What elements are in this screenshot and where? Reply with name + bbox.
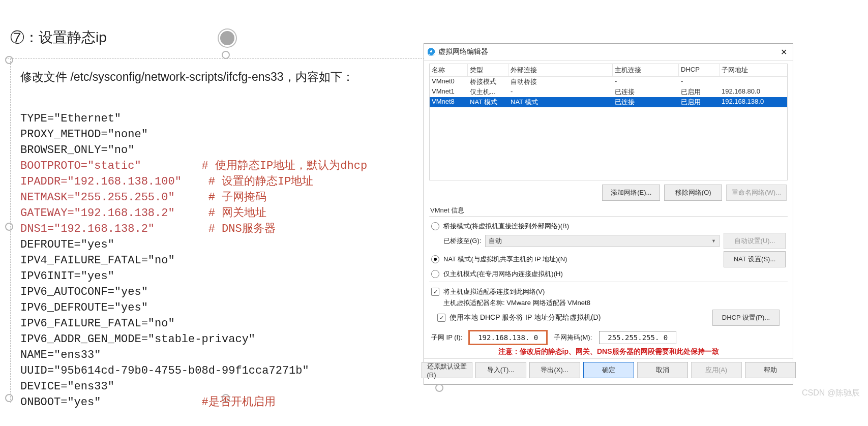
restore-defaults-button[interactable]: 还原默认设置(R) — [422, 362, 472, 378]
cfg-l11: IPV6INIT="yes" — [20, 270, 114, 283]
ok-button[interactable]: 确定 — [583, 362, 634, 378]
cfg-l13: IPV6_DEFROUTE="yes" — [20, 301, 148, 314]
cfg-l18: DEVICE="ens33" — [20, 380, 114, 393]
cfg-l12: IPV6_AUTOCONF="yes" — [20, 286, 148, 298]
cfg-l15: IPV6_ADDR_GEN_MODE="stable-privacy" — [20, 333, 255, 346]
cfg-l7c: # 网关地址 — [208, 207, 266, 220]
chevron-down-icon: ▼ — [711, 238, 716, 244]
cfg-l14: IPV6_FAILURE_FATAL="no" — [20, 317, 175, 330]
step-title: ⑦：设置静态ip — [10, 28, 417, 47]
check-dhcp-label: 使用本地 DHCP 服务将 IP 地址分配给虚拟机(D) — [450, 313, 601, 322]
cell: 仅主机... — [468, 87, 508, 97]
cell: 已连接 — [613, 87, 679, 97]
radio-bridge[interactable] — [431, 222, 439, 230]
cfg-l1: TYPE="Ethernet" — [20, 112, 121, 125]
host-adapter-group: 将主机虚拟适配器连接到此网络(V) 主机虚拟适配器名称: VMware 网络适配… — [429, 282, 788, 344]
network-table: 名称 类型 外部连接 主机连接 DHCP 子网地址 VMnet0 桥接模式 自动… — [429, 64, 788, 180]
warning-note: 注意：修改后的静态ip、网关、DNS服务器的网段需要和此处保持一致 — [424, 347, 793, 356]
col-host[interactable]: 主机连接 — [613, 64, 679, 77]
cell: 192.168.80.0 — [720, 87, 788, 97]
subnet-ip-input[interactable]: 192.168.138. 0 — [469, 331, 547, 344]
cell: 自动桥接 — [508, 77, 613, 87]
bridge-to-value: 自动 — [489, 236, 502, 246]
cfg-l6c: # 子网掩码 — [208, 191, 266, 204]
dialog-title: 虚拟网络编辑器 — [438, 47, 488, 56]
cfg-l5c: # 设置的静态IP地址 — [208, 175, 314, 188]
bridge-to-select: 自动 ▼ — [485, 235, 720, 247]
cell: - — [679, 77, 720, 87]
check-host-adapter-label: 将主机虚拟适配器连接到此网络(V) — [443, 287, 545, 296]
cell: - — [613, 77, 679, 87]
dhcp-settings-button[interactable]: DHCP 设置(P)... — [712, 310, 780, 326]
cfg-l19: ONBOOT="yes" — [20, 396, 101, 409]
cfg-l19c: #是否开机启用 — [201, 396, 275, 409]
config-block: 修改文件 /etc/sysconfig/network-scripts/ifcf… — [15, 64, 417, 410]
import-button[interactable]: 导入(T)... — [475, 362, 526, 378]
cell: - — [508, 87, 613, 97]
cfg-l16: NAME="ens33" — [20, 349, 101, 361]
watermark: CSDN @陈驰辰 — [802, 388, 860, 399]
add-network-button[interactable]: 添加网络(E)... — [602, 185, 660, 201]
handle-icon — [435, 384, 443, 392]
cfg-l8: DNS1="192.168.138.2" — [20, 223, 155, 235]
cfg-l8c: # DNS服务器 — [208, 223, 276, 235]
radio-nat-label: NAT 模式(与虚拟机共享主机的 IP 地址)(N) — [443, 255, 567, 264]
cell: VMnet8 — [430, 97, 468, 107]
cell: NAT 模式 — [508, 97, 613, 107]
cell: 已连接 — [613, 97, 679, 107]
col-subnet[interactable]: 子网地址 — [720, 64, 788, 77]
radio-hostonly[interactable] — [431, 270, 439, 278]
cfg-l2: PROXY_METHOD="none" — [20, 128, 148, 141]
cfg-l4: BOOTPROTO="static" — [20, 160, 141, 172]
close-icon[interactable]: ✕ — [777, 47, 790, 57]
vmnet-info-label: VMnet 信息 — [430, 206, 787, 215]
cfg-l9: DEFROUTE="yes" — [20, 238, 114, 251]
check-host-adapter[interactable] — [431, 288, 439, 296]
cell: VMnet1 — [430, 87, 468, 97]
table-header: 名称 类型 外部连接 主机连接 DHCP 子网地址 — [430, 64, 787, 77]
rename-network-button: 重命名网络(W)... — [726, 185, 787, 201]
cell: 192.168.138.0 — [720, 97, 788, 107]
subnet-mask-label: 子网掩码(M): — [554, 333, 592, 342]
cfg-l6: NETMASK="255.255.255.0" — [20, 191, 175, 204]
remove-network-button[interactable]: 移除网络(O) — [664, 185, 722, 201]
cell: VMnet0 — [430, 77, 468, 87]
table-row-selected[interactable]: VMnet8 NAT 模式 NAT 模式 已连接 已启用 192.168.138… — [430, 97, 787, 107]
cell: 已启用 — [679, 97, 720, 107]
col-ext[interactable]: 外部连接 — [508, 64, 613, 77]
export-button[interactable]: 导出(X)... — [529, 362, 580, 378]
cfg-l10: IPV4_FAILURE_FATAL="no" — [20, 254, 175, 267]
col-dhcp[interactable]: DHCP — [679, 64, 720, 77]
handle-icon — [5, 223, 13, 231]
help-button[interactable]: 帮助 — [745, 362, 796, 378]
col-name[interactable]: 名称 — [430, 64, 468, 77]
cfg-l3: BROWSER_ONLY="no" — [20, 144, 134, 157]
radio-hostonly-label: 仅主机模式(在专用网络内连接虚拟机)(H) — [443, 269, 563, 279]
radio-bridge-label: 桥接模式(将虚拟机直接连接到外部网络)(B) — [443, 222, 569, 231]
dialog-titlebar: 虚拟网络编辑器 ✕ — [424, 44, 793, 60]
cfg-l5: IPADDR="192.168.138.100" — [20, 175, 182, 188]
check-dhcp[interactable] — [437, 314, 445, 322]
radio-nat[interactable] — [431, 255, 439, 263]
bridge-auto-button: 自动设置(U)... — [724, 233, 786, 249]
col-type[interactable]: 类型 — [468, 64, 508, 77]
cfg-l7: GATEWAY="192.168.138.2" — [20, 207, 175, 220]
nat-settings-button[interactable]: NAT 设置(S)... — [724, 251, 786, 267]
document-section: ⑦：设置静态ip — [10, 28, 417, 63]
dialog-footer: 还原默认设置(R) 导入(T)... 导出(X)... 确定 取消 应用(A) … — [424, 358, 793, 381]
file-desc: 修改文件 /etc/sysconfig/network-scripts/ifcf… — [20, 69, 417, 85]
cell: NAT 模式 — [468, 97, 508, 107]
cell: 已启用 — [679, 87, 720, 97]
vmnet-info-group: 桥接模式(将虚拟机直接连接到外部网络)(B) 已桥接至(G): 自动 ▼ 自动设… — [429, 216, 788, 279]
divider — [10, 58, 11, 403]
handle-icon — [5, 394, 13, 402]
cancel-button[interactable]: 取消 — [637, 362, 688, 378]
cell — [720, 77, 788, 87]
bridge-to-label: 已桥接至(G): — [443, 236, 481, 246]
app-icon — [427, 48, 435, 56]
host-adapter-name: 主机虚拟适配器名称: VMware 网络适配器 VMnet8 — [443, 298, 590, 308]
table-row[interactable]: VMnet0 桥接模式 自动桥接 - - — [430, 77, 787, 87]
table-row[interactable]: VMnet1 仅主机... - 已连接 已启用 192.168.80.0 — [430, 87, 787, 97]
subnet-mask-input[interactable]: 255.255.255. 0 — [599, 331, 676, 344]
apply-button: 应用(A) — [691, 362, 742, 378]
